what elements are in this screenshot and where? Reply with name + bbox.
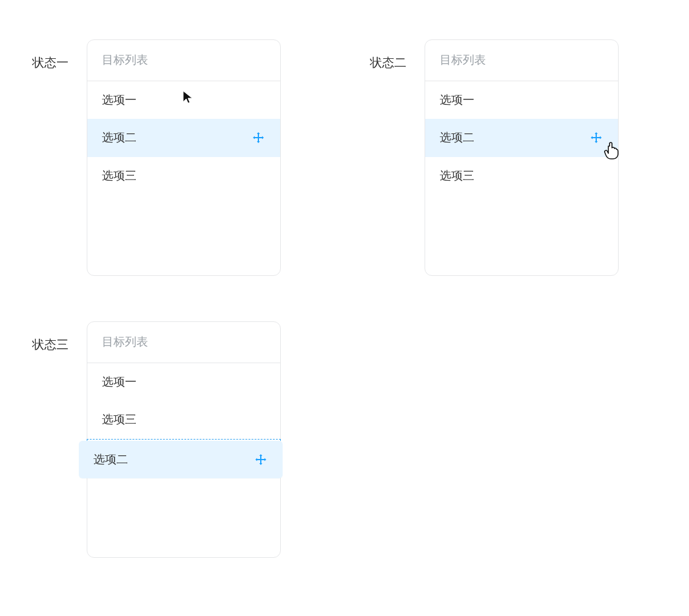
panel-title: 目标列表 [102, 52, 266, 69]
item-list: 选项一 选项二 [87, 81, 280, 195]
panel-header: 目标列表 [87, 322, 280, 363]
svg-rect-1 [254, 137, 263, 138]
list-item-label: 选项二 [102, 130, 136, 146]
list-item-label: 选项一 [102, 374, 136, 390]
panel-header: 目标列表 [87, 40, 280, 81]
panel-title: 目标列表 [440, 52, 603, 69]
item-list: 选项一 选项二 [425, 81, 618, 195]
state-one-panel: 目标列表 选项一 选项二 [87, 39, 281, 276]
list-item[interactable]: 选项一 [425, 81, 618, 119]
move-icon[interactable] [254, 452, 268, 467]
list-item[interactable]: 选项三 [87, 401, 280, 439]
move-icon[interactable] [251, 130, 266, 145]
list-item-label: 选项二 [93, 452, 128, 467]
list-item[interactable]: 选项三 [87, 157, 280, 195]
state-one-group: 状态一 目标列表 选项一 选项二 [32, 39, 281, 276]
move-icon[interactable] [589, 130, 603, 145]
item-list: 选项一 选项三 选项二 [87, 363, 280, 478]
list-item[interactable]: 选项一 [87, 363, 280, 401]
list-item[interactable]: 选项三 [425, 157, 618, 195]
state-one-label: 状态一 [32, 54, 69, 71]
dragging-item[interactable]: 选项二 [79, 441, 283, 478]
state-two-panel: 目标列表 选项一 选项二 [425, 39, 619, 276]
panel-title: 目标列表 [102, 334, 266, 350]
panel-header: 目标列表 [425, 40, 618, 81]
list-item-label: 选项三 [440, 168, 474, 184]
state-three-label: 状态三 [32, 336, 69, 353]
list-item-label: 选项一 [440, 92, 474, 109]
list-item-label: 选项二 [440, 130, 474, 146]
list-item-label: 选项一 [102, 92, 136, 109]
state-two-group: 状态二 目标列表 选项一 选项二 [370, 39, 619, 276]
svg-rect-3 [592, 137, 600, 138]
state-three-panel: 目标列表 选项一 选项三 选项二 [87, 321, 281, 558]
list-item[interactable]: 选项二 [425, 119, 618, 157]
list-item[interactable]: 选项一 [87, 81, 280, 119]
list-item[interactable]: 选项二 [87, 119, 280, 157]
state-two-label: 状态二 [370, 54, 406, 71]
list-item-label: 选项三 [102, 412, 136, 428]
list-item-label: 选项三 [102, 168, 136, 184]
state-three-group: 状态三 目标列表 选项一 选项三 选项二 [32, 321, 281, 558]
svg-rect-5 [257, 459, 265, 460]
